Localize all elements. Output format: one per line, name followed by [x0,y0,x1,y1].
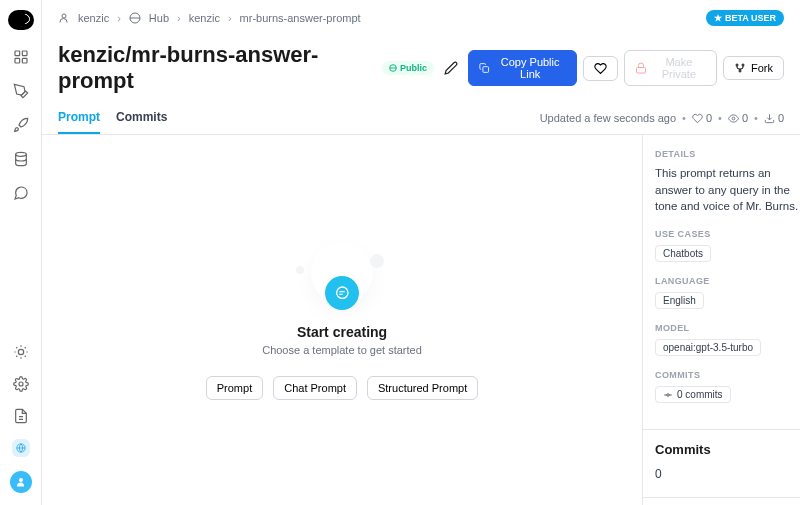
usecase-tag[interactable]: Chatbots [655,245,711,262]
beta-badge[interactable]: ★ BETA USER [706,10,784,26]
fork-button[interactable]: Fork [723,56,784,80]
heart-icon [692,113,703,124]
model-heading: MODEL [655,323,800,333]
svg-point-9 [62,14,66,18]
nav-pen-icon[interactable] [12,82,30,100]
globe-icon [389,64,397,72]
nav-light-mode-icon[interactable] [12,343,30,361]
svg-rect-1 [22,51,27,56]
page-title: kenzic/mr-burns-answer-prompt [58,42,372,94]
commits-tag[interactable]: 0 commits [655,386,731,403]
nav-settings-icon[interactable] [12,375,30,393]
svg-rect-0 [15,51,20,56]
commits-heading: COMMITS [655,370,800,380]
breadcrumb-owner[interactable]: kenzic [189,12,220,24]
svg-point-16 [739,70,741,72]
edit-button[interactable] [444,61,458,75]
svg-point-8 [19,478,23,482]
nav-docs-icon[interactable] [12,407,30,425]
nav-annotation-icon[interactable] [12,184,30,202]
template-chat-button[interactable]: Chat Prompt [273,376,357,400]
updated-text: Updated a few seconds ago [540,112,676,124]
downloads-stat: 0 [764,112,784,124]
svg-point-18 [667,393,670,396]
views-stat: 0 [728,112,748,124]
user-icon [58,12,70,24]
breadcrumb-name: mr-burns-answer-prompt [240,12,361,24]
commits-section-title: Commits [655,442,800,457]
star-icon: ★ [714,13,722,23]
commits-count: 0 [655,467,800,481]
template-structured-button[interactable]: Structured Prompt [367,376,478,400]
likes-stat: 0 [692,112,712,124]
commit-icon [663,390,673,400]
download-icon [764,113,775,124]
empty-sub: Choose a template to get started [262,344,422,356]
details-panel: DETAILS This prompt returns an answer to… [642,135,800,505]
svg-point-17 [732,117,735,120]
details-heading: DETAILS [655,149,800,159]
svg-point-14 [736,64,738,66]
lock-icon [635,62,647,74]
breadcrumb-hub[interactable]: Hub [149,12,169,24]
svg-rect-3 [22,58,27,63]
language-tag[interactable]: English [655,292,704,309]
tab-commits[interactable]: Commits [116,102,167,134]
svg-rect-2 [15,58,20,63]
breadcrumb: kenzic › Hub › kenzic › mr-burns-answer-… [58,12,361,24]
public-badge: Public [382,61,434,75]
svg-point-15 [742,64,744,66]
empty-state: Start creating Choose a template to get … [42,135,642,505]
breadcrumb-user[interactable]: kenzic [78,12,109,24]
nav-rocket-icon[interactable] [12,116,30,134]
copy-link-button[interactable]: Copy Public Link [468,50,577,86]
app-logo[interactable] [8,10,34,30]
details-description: This prompt returns an answer to any que… [655,165,800,215]
copy-icon [479,62,489,74]
nav-dashboard-icon[interactable] [12,48,30,66]
template-prompt-button[interactable]: Prompt [206,376,263,400]
svg-point-5 [18,349,23,354]
heart-icon [594,62,607,75]
chat-icon [325,276,359,310]
make-private-button: Make Private [624,50,717,86]
empty-heading: Start creating [297,324,387,340]
svg-point-4 [15,152,26,156]
svg-rect-12 [483,67,489,73]
nav-hub-icon[interactable] [12,439,30,457]
left-sidebar [0,0,42,505]
like-button[interactable] [583,56,618,81]
nav-database-icon[interactable] [12,150,30,168]
fork-icon [734,62,746,74]
svg-rect-13 [636,68,645,74]
model-tag[interactable]: openai:gpt-3.5-turbo [655,339,761,356]
svg-point-6 [19,382,23,386]
language-heading: LANGUAGE [655,276,800,286]
tab-prompt[interactable]: Prompt [58,102,100,134]
user-avatar[interactable] [10,471,32,493]
globe-icon [129,12,141,24]
usecases-heading: USE CASES [655,229,800,239]
eye-icon [728,113,739,124]
